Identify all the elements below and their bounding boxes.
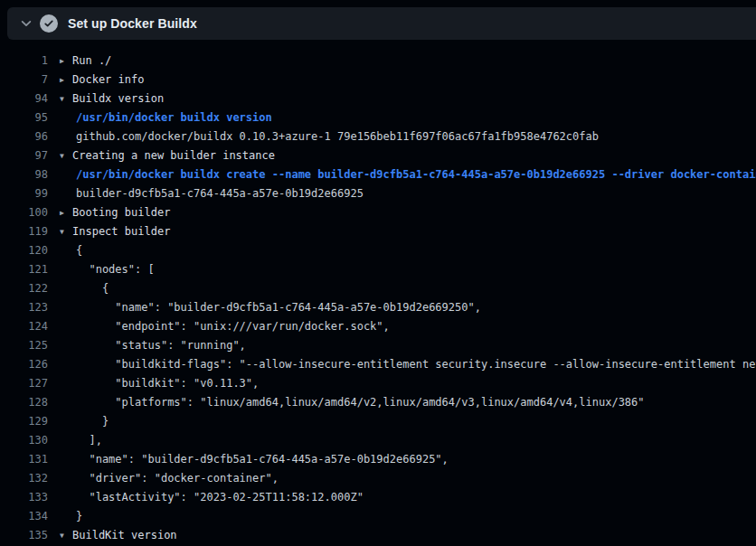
marker-spacer <box>60 431 72 450</box>
output-text: github.com/docker/buildx 0.10.3+azure-1 … <box>72 127 599 146</box>
log-row: 132 "driver": "docker-container", <box>0 469 756 488</box>
marker-spacer <box>60 355 72 374</box>
line-number[interactable]: 124 <box>0 317 48 336</box>
line-number[interactable]: 131 <box>0 450 48 469</box>
log-row: 134} <box>0 507 756 526</box>
triangle-expanded-icon[interactable]: ▼ <box>60 146 72 165</box>
line-number[interactable]: 94 <box>0 89 48 108</box>
marker-spacer <box>60 336 72 355</box>
log-row: 133 "lastActivity": "2023-02-25T11:58:12… <box>0 488 756 507</box>
log-row: 128 "platforms": "linux/amd64,linux/amd6… <box>0 393 756 412</box>
output-text: } <box>72 412 109 431</box>
group-title[interactable]: Inspect builder <box>72 222 170 241</box>
line-number[interactable]: 100 <box>0 203 48 222</box>
marker-spacer <box>60 374 72 393</box>
line-number[interactable]: 1 <box>0 52 48 71</box>
log-row: 125 "status": "running", <box>0 336 756 355</box>
log-row[interactable]: 94▼Buildx version <box>0 89 756 108</box>
line-number[interactable]: 135 <box>0 526 48 545</box>
log-row: 120{ <box>0 241 756 260</box>
line-number[interactable]: 98 <box>0 165 48 184</box>
output-text: builder-d9cfb5a1-c764-445a-a57e-0b19d2e6… <box>72 184 364 203</box>
line-number[interactable]: 7 <box>0 71 48 89</box>
output-text: { <box>72 241 82 260</box>
output-text: } <box>72 507 82 526</box>
log-row[interactable]: 100▶Booting builder <box>0 203 756 222</box>
group-title[interactable]: Booting builder <box>72 203 170 222</box>
line-number[interactable]: 130 <box>0 431 48 450</box>
marker-spacer <box>60 450 72 469</box>
line-number[interactable]: 129 <box>0 412 48 431</box>
marker-spacer <box>60 260 72 279</box>
log-row[interactable]: 1▶Run ./ <box>0 52 756 71</box>
line-number[interactable]: 122 <box>0 279 48 298</box>
marker-spacer <box>60 412 72 431</box>
log-lines: 1▶Run ./7▶Docker info94▼Buildx version95… <box>0 52 756 546</box>
output-text: ], <box>72 431 102 450</box>
group-title[interactable]: Buildx version <box>72 89 164 108</box>
log-container: 1▶Run ./7▶Docker info94▼Buildx version95… <box>0 40 756 546</box>
group-title[interactable]: Docker info <box>72 71 144 89</box>
log-row: 130 ], <box>0 431 756 450</box>
step-title: Set up Docker Buildx <box>68 16 197 31</box>
output-text: "nodes": [ <box>72 260 155 279</box>
command-text: /usr/bin/docker buildx version <box>72 108 272 127</box>
log-row: 122 { <box>0 279 756 298</box>
triangle-expanded-icon[interactable]: ▼ <box>60 89 72 108</box>
log-row: 121 "nodes": [ <box>0 260 756 279</box>
group-title[interactable]: Creating a new builder instance <box>72 146 275 165</box>
line-number[interactable]: 99 <box>0 184 48 203</box>
marker-spacer <box>60 317 72 336</box>
output-text: { <box>72 279 109 298</box>
triangle-collapsed-icon[interactable]: ▶ <box>60 52 72 71</box>
line-number[interactable]: 126 <box>0 355 48 374</box>
triangle-expanded-icon[interactable]: ▼ <box>60 526 72 545</box>
line-number[interactable]: 95 <box>0 108 48 127</box>
line-number[interactable]: 97 <box>0 146 48 165</box>
chevron-down-icon[interactable] <box>13 17 40 30</box>
step-header[interactable]: Set up Docker Buildx <box>7 7 756 40</box>
log-row: 99builder-d9cfb5a1-c764-445a-a57e-0b19d2… <box>0 184 756 203</box>
line-number[interactable]: 128 <box>0 393 48 412</box>
triangle-expanded-icon[interactable]: ▼ <box>60 222 72 241</box>
output-text: "status": "running", <box>72 336 246 355</box>
group-title[interactable]: Run ./ <box>72 52 111 71</box>
log-row[interactable]: 119▼Inspect builder <box>0 222 756 241</box>
command-text: /usr/bin/docker buildx create --name bui… <box>72 165 756 184</box>
log-row: 131 "name": "builder-d9cfb5a1-c764-445a-… <box>0 450 756 469</box>
triangle-collapsed-icon[interactable]: ▶ <box>60 71 72 89</box>
marker-spacer <box>60 279 72 298</box>
marker-spacer <box>60 108 72 127</box>
log-row[interactable]: 135▼BuildKit version <box>0 526 756 545</box>
log-row: 129 } <box>0 412 756 431</box>
line-number[interactable]: 121 <box>0 260 48 279</box>
line-number[interactable]: 132 <box>0 469 48 488</box>
line-number[interactable]: 123 <box>0 298 48 317</box>
log-row: 127 "buildkit": "v0.11.3", <box>0 374 756 393</box>
group-title[interactable]: BuildKit version <box>72 526 177 545</box>
log-row[interactable]: 7▶Docker info <box>0 71 756 89</box>
line-number[interactable]: 125 <box>0 336 48 355</box>
line-number[interactable]: 120 <box>0 241 48 260</box>
marker-spacer <box>60 469 72 488</box>
output-text: "name": "builder-d9cfb5a1-c764-445a-a57e… <box>72 298 481 317</box>
marker-spacer <box>60 507 72 526</box>
triangle-collapsed-icon[interactable]: ▶ <box>60 203 72 222</box>
output-text: "name": "builder-d9cfb5a1-c764-445a-a57e… <box>72 450 449 469</box>
log-row: 96github.com/docker/buildx 0.10.3+azure-… <box>0 127 756 146</box>
marker-spacer <box>60 298 72 317</box>
line-number[interactable]: 133 <box>0 488 48 507</box>
output-text: "lastActivity": "2023-02-25T11:58:12.000… <box>72 488 364 507</box>
line-number[interactable]: 96 <box>0 127 48 146</box>
log-row: 126 "buildkitd-flags": "--allow-insecure… <box>0 355 756 374</box>
log-row: 98/usr/bin/docker buildx create --name b… <box>0 165 756 184</box>
log-row: 124 "endpoint": "unix:///var/run/docker.… <box>0 317 756 336</box>
line-number[interactable]: 127 <box>0 374 48 393</box>
marker-spacer <box>60 184 72 203</box>
output-text: "endpoint": "unix:///var/run/docker.sock… <box>72 317 390 336</box>
line-number[interactable]: 119 <box>0 222 48 241</box>
log-row[interactable]: 97▼Creating a new builder instance <box>0 146 756 165</box>
check-circle-icon <box>40 14 58 33</box>
output-text: "platforms": "linux/amd64,linux/amd64/v2… <box>72 393 645 412</box>
line-number[interactable]: 134 <box>0 507 48 526</box>
